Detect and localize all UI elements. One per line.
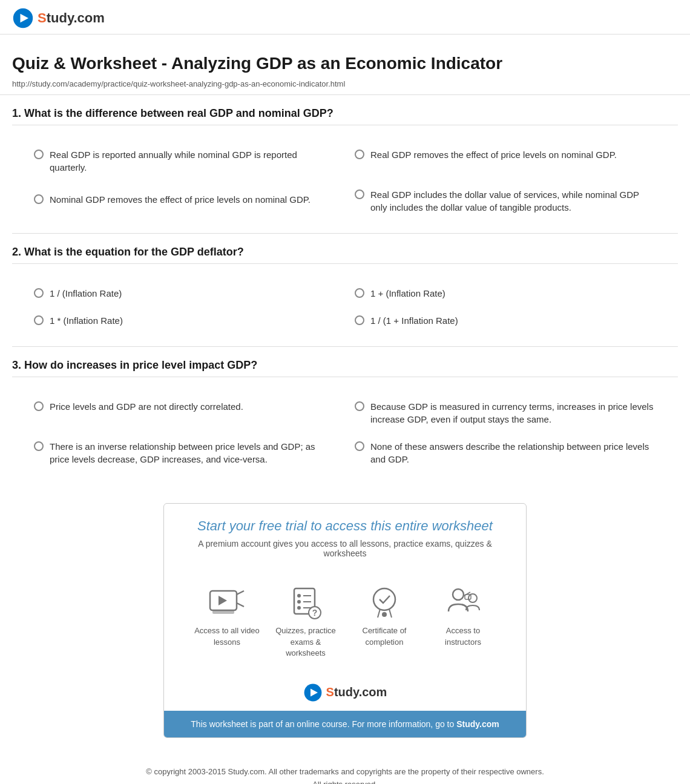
feature-video-label: Access to all video lessons bbox=[194, 625, 260, 647]
answer-q3b-text: Because GDP is measured in currency term… bbox=[370, 400, 656, 426]
svg-text:?: ? bbox=[312, 608, 317, 618]
copyright-text: © copyright 2003-2015 Study.com. All oth… bbox=[12, 766, 678, 779]
answer-q3d-text: None of these answers describe the relat… bbox=[370, 440, 656, 466]
video-icon bbox=[209, 586, 245, 619]
list-item[interactable]: 1 / (Inflation Rate) bbox=[24, 280, 345, 307]
feature-instructor-label: Access to instructors bbox=[430, 625, 496, 647]
question-1: 1. What is the difference between real G… bbox=[12, 95, 678, 233]
radio-q2d[interactable] bbox=[355, 315, 364, 325]
quiz-icon: ? bbox=[288, 586, 324, 619]
radio-q1a[interactable] bbox=[34, 150, 44, 159]
question-2-answers: 1 / (Inflation Rate) 1 + (Inflation Rate… bbox=[12, 274, 678, 340]
cta-logo-icon bbox=[303, 683, 323, 702]
answer-q2c-text: 1 * (Inflation Rate) bbox=[50, 314, 123, 327]
cta-logo: Study.com bbox=[164, 677, 526, 711]
list-item[interactable]: None of these answers describe the relat… bbox=[345, 433, 666, 473]
radio-q1b[interactable] bbox=[355, 150, 364, 159]
svg-point-8 bbox=[297, 594, 301, 598]
list-item[interactable]: Real GDP removes the effect of price lev… bbox=[345, 141, 666, 181]
question-3-text: 3. How do increases in price level impac… bbox=[12, 359, 678, 377]
radio-q3c[interactable] bbox=[34, 441, 44, 451]
feature-quiz-label: Quizzes, practice exams & worksheets bbox=[272, 625, 339, 659]
question-1-text: 1. What is the difference between real G… bbox=[12, 107, 678, 125]
logo-text: Study.com bbox=[38, 10, 105, 26]
radio-q2c[interactable] bbox=[34, 315, 44, 325]
svg-point-16 bbox=[373, 588, 395, 610]
feature-certificate-label: Certificate of completion bbox=[351, 625, 418, 647]
question-3: 3. How do increases in price level impac… bbox=[12, 347, 678, 485]
svg-point-10 bbox=[297, 600, 301, 604]
radio-q3a[interactable] bbox=[34, 401, 44, 411]
list-item[interactable]: Because GDP is measured in currency term… bbox=[345, 393, 666, 433]
quiz-svg: ? bbox=[289, 586, 323, 619]
answer-q1b-text: Real GDP removes the effect of price lev… bbox=[370, 148, 617, 161]
instructor-icon bbox=[445, 586, 481, 619]
svg-line-5 bbox=[237, 591, 244, 595]
list-item[interactable]: Price levels and GDP are not directly co… bbox=[24, 393, 345, 433]
answer-q2d-text: 1 / (1 + Inflation Rate) bbox=[370, 314, 458, 327]
cta-logo-text: Study.com bbox=[326, 685, 387, 699]
video-svg bbox=[209, 587, 245, 619]
svg-point-21 bbox=[468, 594, 477, 602]
list-item[interactable]: There is an inverse relationship between… bbox=[24, 433, 345, 473]
radio-q3d[interactable] bbox=[355, 441, 364, 451]
svg-rect-4 bbox=[212, 610, 234, 614]
list-item[interactable]: Real GDP includes the dollar value of se… bbox=[345, 181, 666, 221]
feature-instructor: Access to instructors bbox=[424, 580, 502, 665]
cta-section: Start your free trial to access this ent… bbox=[163, 503, 527, 738]
cta-footer: This worksheet is part of an online cour… bbox=[164, 711, 526, 737]
certificate-icon bbox=[366, 586, 402, 619]
answer-q3a-text: Price levels and GDP are not directly co… bbox=[50, 400, 243, 413]
svg-point-19 bbox=[382, 612, 387, 617]
cta-features: Access to all video lessons ? Quizzes, p… bbox=[164, 574, 526, 677]
instructor-svg bbox=[445, 586, 481, 619]
certificate-svg bbox=[368, 586, 401, 619]
cta-subtitle: A premium account gives you access to al… bbox=[182, 539, 508, 558]
question-2-text: 2. What is the equation for the GDP defl… bbox=[12, 246, 678, 264]
radio-q2a[interactable] bbox=[34, 288, 44, 298]
question-3-answers: Price levels and GDP are not directly co… bbox=[12, 387, 678, 479]
questions-content: 1. What is the difference between real G… bbox=[0, 95, 690, 485]
page-title: Quiz & Worksheet - Analyzing GDP as an E… bbox=[12, 53, 678, 74]
answer-q2b-text: 1 + (Inflation Rate) bbox=[370, 287, 445, 300]
feature-quiz: ? Quizzes, practice exams & worksheets bbox=[266, 580, 345, 665]
radio-q2b[interactable] bbox=[355, 288, 364, 298]
svg-point-20 bbox=[453, 589, 464, 600]
svg-line-17 bbox=[378, 609, 380, 618]
svg-marker-3 bbox=[218, 596, 227, 605]
svg-line-6 bbox=[237, 603, 244, 607]
svg-line-18 bbox=[389, 609, 392, 618]
answer-q1a-text: Real GDP is reported annually while nomi… bbox=[50, 148, 335, 174]
feature-certificate: Certificate of completion bbox=[345, 580, 424, 665]
page-title-section: Quiz & Worksheet - Analyzing GDP as an E… bbox=[0, 35, 690, 94]
list-item[interactable]: 1 * (Inflation Rate) bbox=[24, 307, 345, 334]
answer-q3c-text: There is an inverse relationship between… bbox=[50, 440, 335, 466]
cta-header: Start your free trial to access this ent… bbox=[164, 504, 526, 574]
question-2: 2. What is the equation for the GDP defl… bbox=[12, 234, 678, 346]
answer-q2a-text: 1 / (Inflation Rate) bbox=[50, 287, 122, 300]
list-item[interactable]: Nominal GDP removes the effect of price … bbox=[24, 181, 345, 221]
logo-icon bbox=[12, 7, 34, 29]
svg-point-12 bbox=[297, 606, 301, 610]
cta-footer-text: This worksheet is part of an online cour… bbox=[191, 719, 454, 729]
site-footer: © copyright 2003-2015 Study.com. All oth… bbox=[0, 756, 690, 784]
radio-q1c[interactable] bbox=[355, 189, 364, 199]
logo[interactable]: Study.com bbox=[12, 7, 678, 29]
answer-q1d-text: Nominal GDP removes the effect of price … bbox=[50, 193, 310, 206]
list-item[interactable]: 1 + (Inflation Rate) bbox=[345, 280, 666, 307]
radio-q3b[interactable] bbox=[355, 401, 364, 411]
list-item[interactable]: Real GDP is reported annually while nomi… bbox=[24, 141, 345, 181]
question-1-answers: Real GDP is reported annually while nomi… bbox=[12, 135, 678, 227]
list-item[interactable]: 1 / (1 + Inflation Rate) bbox=[345, 307, 666, 334]
page-url: http://study.com/academy/practice/quiz-w… bbox=[12, 79, 678, 88]
radio-q1d[interactable] bbox=[34, 194, 44, 204]
site-header: Study.com bbox=[0, 0, 690, 35]
feature-video: Access to all video lessons bbox=[188, 580, 266, 665]
answer-q1c-text: Real GDP includes the dollar value of se… bbox=[370, 188, 656, 214]
cta-footer-link[interactable]: Study.com bbox=[456, 719, 499, 729]
cta-title: Start your free trial to access this ent… bbox=[182, 518, 508, 534]
rights-text: All rights reserved. bbox=[12, 779, 678, 784]
